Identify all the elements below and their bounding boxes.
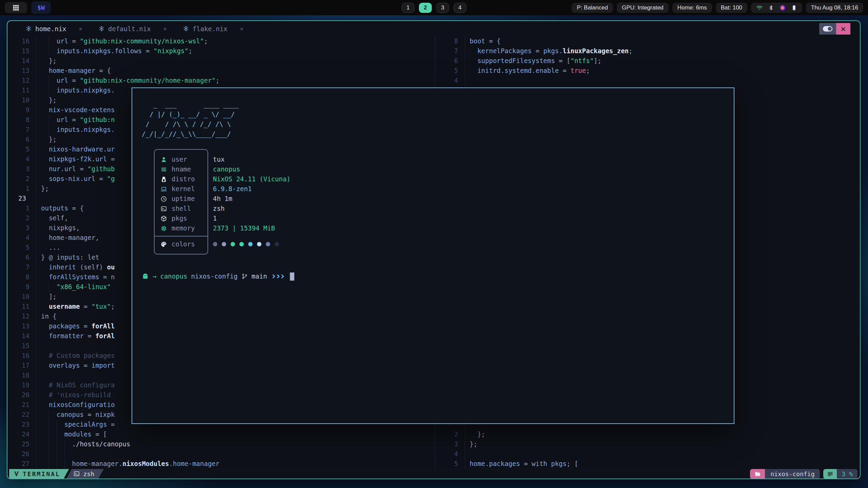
- line-number: 8: [7, 115, 36, 125]
- floating-terminal[interactable]: _ ___ ____ ____ / |/ (_)_ __/ _ \/ __/ /…: [132, 87, 734, 424]
- line-number: 10: [7, 292, 36, 302]
- line-number: 16: [7, 351, 36, 361]
- phone-icon[interactable]: [791, 5, 797, 11]
- code-line: 8boot = {: [435, 36, 860, 46]
- laptop-icon: [160, 186, 167, 192]
- toggle-button[interactable]: [819, 23, 836, 35]
- line-number: 10: [7, 95, 36, 105]
- prompt-branch: main: [252, 271, 267, 281]
- ghost-icon: [142, 273, 149, 280]
- prompt-arrow: →: [153, 271, 156, 281]
- status-pill: P: Balanced: [572, 3, 613, 13]
- scroll-percent: 3 %: [837, 469, 857, 479]
- indent-guide: [49, 85, 49, 95]
- indent-guide: [57, 420, 57, 429]
- line-number: 4: [435, 76, 465, 85]
- folder-segment: [750, 469, 765, 479]
- line-number: 4: [435, 449, 465, 459]
- tab-close-icon[interactable]: ×: [163, 25, 167, 32]
- directory-cluster: nixos-config: [750, 469, 820, 479]
- line-number: 26: [7, 449, 36, 459]
- line-number: 20: [7, 390, 36, 400]
- code-line: 5home.packages = with pkgs; [: [435, 459, 860, 469]
- scroll-cluster: 3 %: [823, 469, 857, 479]
- line-number: 21: [7, 400, 36, 410]
- statusbar-right: nixos-config 3 %: [750, 469, 857, 479]
- shell-label: zsh: [83, 470, 95, 477]
- editor-window: home.nix×default.nix×flake.nix× × 16 url…: [7, 20, 861, 479]
- wezterm-icon: $W: [37, 4, 45, 11]
- topbar-right: P: BalancedGPU: IntegratedHome: 6msBat: …: [572, 3, 863, 13]
- line-number: 25: [7, 439, 36, 449]
- close-icon: ×: [841, 25, 846, 33]
- tab-label: home.nix: [35, 25, 66, 33]
- toggle-on-icon: [823, 26, 833, 32]
- indent-guide: [64, 449, 65, 459]
- indent-guide: [49, 282, 49, 292]
- code-line: 4: [435, 449, 860, 459]
- tab-flake.nix[interactable]: flake.nix×: [175, 25, 252, 33]
- code-text: };: [465, 429, 860, 439]
- line-number: 6: [7, 135, 36, 144]
- indent-guide: [57, 459, 57, 469]
- window-close-button[interactable]: ×: [836, 23, 850, 35]
- fetch-value: tux: [213, 155, 291, 164]
- tab-close-icon[interactable]: ×: [79, 25, 82, 32]
- lines-segment: [823, 469, 837, 479]
- workspace-button-2[interactable]: 2: [419, 3, 432, 13]
- fetch-label-row: pkgs: [155, 214, 208, 223]
- indent-guide: [49, 420, 49, 429]
- lines-icon: [827, 471, 833, 477]
- line-number: 11: [7, 85, 36, 95]
- fetch-label-row: uptime: [155, 194, 208, 204]
- line-number: 16: [7, 36, 36, 46]
- line-number: 7: [7, 125, 36, 135]
- prompt-directory: nixos-config: [191, 271, 238, 281]
- workspace-button-1[interactable]: 1: [402, 3, 415, 13]
- code-text: kernelPackages = pkgs.linuxPackages_zen;: [465, 46, 860, 56]
- code-line: 26: [7, 449, 435, 459]
- tab-home.nix[interactable]: home.nix×: [18, 25, 91, 33]
- code-line: 6 supportedFilesystems = ["ntfs"];: [435, 56, 860, 66]
- workspace-button-3[interactable]: 3: [436, 3, 449, 13]
- tab-default.nix[interactable]: default.nix×: [91, 25, 175, 33]
- tab-label: flake.nix: [193, 25, 228, 33]
- workspace-button-4[interactable]: 4: [454, 3, 467, 13]
- color-profile-icon[interactable]: [779, 4, 786, 11]
- indent-guide: [49, 459, 49, 469]
- bluetooth-icon[interactable]: [768, 5, 774, 11]
- launcher-button[interactable]: [5, 2, 27, 13]
- wezterm-button[interactable]: $W: [31, 1, 51, 14]
- fetch-label: uptime: [172, 194, 195, 204]
- line-number: 2: [435, 429, 465, 439]
- system-tray[interactable]: [751, 3, 802, 13]
- shell-prompt[interactable]: → canopus nixos-config main: [142, 271, 724, 281]
- code-text: ./hosts/canopus: [36, 439, 435, 449]
- git-branch-icon: [241, 273, 248, 280]
- tab-list: home.nix×default.nix×flake.nix×: [18, 25, 252, 33]
- line-number: 24: [7, 429, 36, 439]
- wifi-icon[interactable]: [756, 4, 763, 11]
- user-icon: [160, 156, 167, 163]
- clock[interactable]: Thu Aug 08, 18:16: [806, 3, 863, 13]
- line-number: 19: [7, 380, 36, 390]
- line-number: 6: [7, 252, 36, 262]
- code-line: 16 url = "github:nix-community/nixos-wsl…: [7, 36, 435, 46]
- line-number: 14: [7, 331, 36, 341]
- tab-bar: home.nix×default.nix×flake.nix× ×: [7, 21, 860, 36]
- line-number: 18: [7, 370, 36, 380]
- chip-icon: [160, 225, 167, 232]
- fastfetch-panel: userhnamedistrokerneluptimeshellpkgsmemo…: [154, 149, 724, 255]
- indent-guide: [49, 46, 49, 56]
- editor-status-bar: TERMINAL zsh nixos-config 3 %: [7, 469, 860, 479]
- code-text: home.packages = with pkgs; [: [465, 459, 860, 469]
- line-number: 15: [7, 46, 36, 56]
- snowflake-icon: [99, 26, 104, 32]
- tab-label: default.nix: [108, 25, 151, 33]
- color-dot: [231, 242, 235, 246]
- indent-guide: [64, 439, 65, 449]
- shell-segment: zsh: [66, 469, 104, 479]
- code-line: 15 inputs.nixpkgs.follows = "nixpkgs";: [7, 46, 435, 56]
- tab-close-icon[interactable]: ×: [240, 25, 243, 32]
- code-text: [465, 76, 860, 85]
